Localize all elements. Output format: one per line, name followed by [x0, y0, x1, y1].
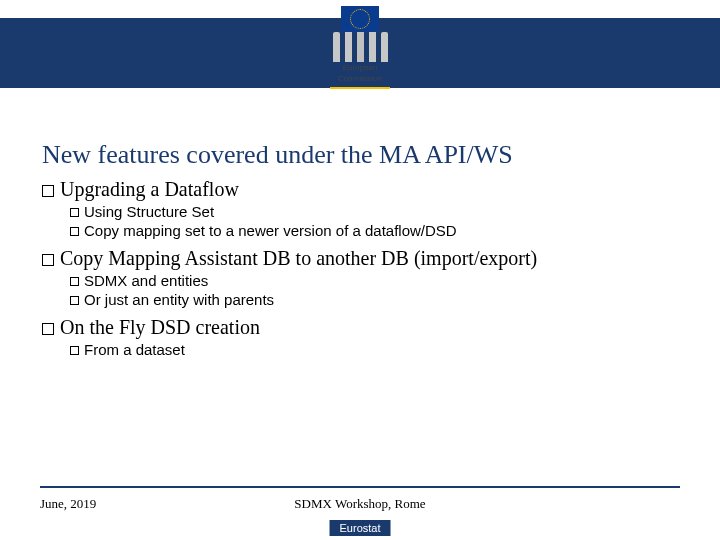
- bullet-lvl2: Copy mapping set to a newer version of a…: [70, 222, 680, 239]
- ec-logo: European Commission: [325, 18, 395, 89]
- footer-divider: [40, 486, 680, 488]
- square-bullet-icon: [42, 185, 54, 197]
- eu-flag-icon: [341, 6, 379, 32]
- bullet-lvl2: SDMX and entities: [70, 272, 680, 289]
- bullet-text: Upgrading a Dataflow: [60, 178, 239, 200]
- square-bullet-icon: [70, 346, 79, 355]
- bullet-text: Copy mapping set to a newer version of a…: [84, 222, 457, 239]
- eurostat-badge: Eurostat: [330, 520, 391, 536]
- logo-text-line2: Commission: [325, 75, 395, 84]
- bullet-text: Copy Mapping Assistant DB to another DB …: [60, 247, 537, 269]
- slide-title: New features covered under the MA API/WS: [42, 140, 513, 170]
- footer-date: June, 2019: [40, 496, 96, 512]
- bullet-lvl2: Or just an entity with parents: [70, 291, 680, 308]
- slide-content: Upgrading a Dataflow Using Structure Set…: [42, 178, 680, 366]
- square-bullet-icon: [70, 277, 79, 286]
- square-bullet-icon: [42, 323, 54, 335]
- bullet-lvl2: Using Structure Set: [70, 203, 680, 220]
- logo-text-line1: European: [325, 64, 395, 73]
- bullet-text: Using Structure Set: [84, 203, 214, 220]
- bullet-lvl1: On the Fly DSD creation: [42, 316, 680, 339]
- bullet-text: Or just an entity with parents: [84, 291, 274, 308]
- square-bullet-icon: [42, 254, 54, 266]
- bullet-lvl1: Upgrading a Dataflow: [42, 178, 680, 201]
- square-bullet-icon: [70, 208, 79, 217]
- bullet-text: From a dataset: [84, 341, 185, 358]
- bullet-lvl2: From a dataset: [70, 341, 680, 358]
- logo-pillars-icon: [325, 12, 395, 62]
- square-bullet-icon: [70, 227, 79, 236]
- footer-venue: SDMX Workshop, Rome: [294, 496, 425, 512]
- logo-underline: [330, 87, 390, 89]
- bullet-text: On the Fly DSD creation: [60, 316, 260, 338]
- square-bullet-icon: [70, 296, 79, 305]
- bullet-lvl1: Copy Mapping Assistant DB to another DB …: [42, 247, 680, 270]
- bullet-text: SDMX and entities: [84, 272, 208, 289]
- footer: June, 2019 SDMX Workshop, Rome: [40, 496, 680, 512]
